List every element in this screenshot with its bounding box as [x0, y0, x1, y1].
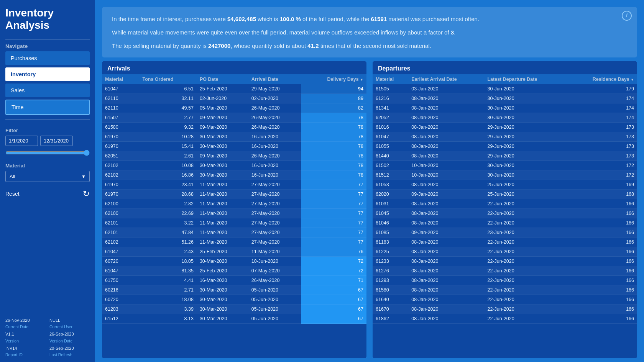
cell-delivery-days: 77 — [301, 199, 366, 209]
info-card: i In the time frame of interest, purchas… — [102, 7, 637, 57]
col-latest-departure: Latest Departure Date — [484, 74, 567, 84]
cell-tons: 81.35 — [139, 266, 196, 276]
cell-earliest: 09-Jan-2020 — [408, 228, 484, 238]
cell-tons: 47.84 — [139, 228, 196, 238]
date-end-input[interactable] — [40, 136, 73, 146]
cell-tons: 2.77 — [139, 113, 196, 123]
cell-po-date: 30-Mar-2020 — [197, 170, 248, 180]
cell-tons: 6.51 — [139, 84, 196, 94]
cell-earliest: 08-Jan-2020 — [408, 266, 484, 276]
table-row: 62051 2.61 09-Mar-2020 26-May-2020 78 — [102, 151, 366, 161]
table-row: 60216 2.71 30-Mar-2020 05-Jun-2020 67 — [102, 285, 366, 295]
cell-latest: 22-Jun-2020 — [484, 266, 567, 276]
table-row: 61047 08-Jan-2020 29-Jun-2020 173 — [373, 132, 637, 142]
cell-earliest: 08-Jan-2020 — [408, 305, 484, 314]
cell-delivery-days: 89 — [301, 94, 366, 103]
col-residence-days: Residence Days ▼ — [567, 74, 637, 84]
sidebar-footer: 26-Nov-2020 Current Date NULL Current Us… — [5, 317, 90, 358]
cell-po-date: 30-Mar-2020 — [197, 285, 248, 295]
cell-dep-material: 61045 — [373, 209, 408, 218]
footer-version: V1.1 Version — [5, 331, 46, 344]
sidebar-item-purchases[interactable]: Purchases — [5, 51, 90, 65]
cell-dep-material: 61055 — [373, 142, 408, 151]
info-icon[interactable]: i — [622, 11, 632, 21]
cell-dep-material: 61341 — [373, 103, 408, 113]
cell-residence: 174 — [567, 113, 637, 123]
cell-residence: 166 — [567, 257, 637, 266]
table-row: 61970 15.41 30-Mar-2020 16-Jun-2020 78 — [102, 142, 366, 151]
table-row: 61750 4.41 16-Mar-2020 26-May-2020 71 — [102, 276, 366, 285]
cell-arrival-date: 11-May-2020 — [248, 247, 301, 257]
material-select[interactable]: All — [5, 171, 90, 182]
table-row: 61233 08-Jan-2020 22-Jun-2020 166 — [373, 257, 637, 266]
table-row: 61225 08-Jan-2020 22-Jun-2020 166 — [373, 247, 637, 257]
cell-dep-material: 61031 — [373, 199, 408, 209]
departures-title: Departures — [373, 61, 637, 74]
cell-dep-material: 61053 — [373, 180, 408, 190]
table-row: 61045 08-Jan-2020 22-Jun-2020 166 — [373, 209, 637, 218]
cell-delivery-days: 78 — [301, 142, 366, 151]
cell-latest: 25-Jun-2020 — [484, 180, 567, 190]
table-row: 61047 6.51 25-Feb-2020 29-May-2020 94 — [102, 84, 366, 94]
cell-po-date: 11-Mar-2020 — [197, 180, 248, 190]
cell-material: 62101 — [102, 218, 139, 228]
cell-po-date: 11-Mar-2020 — [197, 199, 248, 209]
cell-tons: 2.82 — [139, 199, 196, 209]
material-select-wrap: All ▼ — [5, 171, 90, 182]
table-row: 61183 08-Jan-2020 22-Jun-2020 166 — [373, 238, 637, 247]
cell-dep-material: 61580 — [373, 285, 408, 295]
cell-residence: 169 — [567, 180, 637, 190]
cell-po-date: 11-Mar-2020 — [197, 228, 248, 238]
cell-dep-material: 61225 — [373, 247, 408, 257]
cell-material: 60720 — [102, 257, 139, 266]
cell-dep-material: 61512 — [373, 170, 408, 180]
table-row: 61341 08-Jan-2020 30-Jun-2020 174 — [373, 103, 637, 113]
cell-arrival-date: 05-Jun-2020 — [248, 314, 301, 324]
date-start-input[interactable] — [5, 136, 38, 146]
cell-arrival-date: 27-May-2020 — [248, 199, 301, 209]
date-filter-row — [5, 136, 90, 146]
cell-tons: 51.26 — [139, 238, 196, 247]
arrivals-table-wrap[interactable]: Material Tons Ordered PO Date Arrival Da… — [102, 74, 366, 358]
cell-po-date: 11-Mar-2020 — [197, 190, 248, 199]
footer-last-refresh: 20-Sep-2020 Last Refresh — [49, 345, 90, 358]
cell-delivery-days: 77 — [301, 238, 366, 247]
cell-residence: 179 — [567, 84, 637, 94]
cell-tons: 2.71 — [139, 285, 196, 295]
table-row: 61670 08-Jan-2020 22-Jun-2020 166 — [373, 305, 637, 314]
departures-table-wrap[interactable]: Material Earliest Arrival Date Latest De… — [373, 74, 637, 358]
cell-earliest: 08-Jan-2020 — [408, 180, 484, 190]
footer-current-date-value: 26-Nov-2020 Current Date — [5, 317, 46, 330]
cell-material: 61507 — [102, 113, 139, 123]
cell-latest: 30-Jun-2020 — [484, 113, 567, 123]
date-range-slider[interactable] — [5, 150, 90, 156]
cell-arrival-date: 26-May-2020 — [248, 276, 301, 285]
cell-residence: 172 — [567, 161, 637, 170]
reset-icon[interactable]: ↺ — [83, 189, 90, 199]
cell-tons: 28.68 — [139, 190, 196, 199]
cell-material: 62100 — [102, 209, 139, 218]
sidebar-item-sales[interactable]: Sales — [5, 84, 90, 97]
departures-section: Departures Material Earliest Arrival Dat… — [373, 61, 637, 358]
table-row: 60720 18.08 30-Mar-2020 05-Jun-2020 67 — [102, 295, 366, 305]
table-row: 62100 22.69 11-Mar-2020 27-May-2020 77 — [102, 209, 366, 218]
cell-material: 62102 — [102, 170, 139, 180]
cell-delivery-days: 78 — [301, 161, 366, 170]
sidebar-item-inventory[interactable]: Inventory — [5, 67, 90, 81]
departures-table: Material Earliest Arrival Date Latest De… — [373, 74, 637, 324]
cell-residence: 166 — [567, 314, 637, 324]
cell-material: 62101 — [102, 228, 139, 238]
cell-tons: 22.69 — [139, 209, 196, 218]
cell-latest: 22-Jun-2020 — [484, 199, 567, 209]
cell-tons: 2.43 — [139, 247, 196, 257]
cell-dep-material: 61047 — [373, 132, 408, 142]
cell-delivery-days: 77 — [301, 190, 366, 199]
table-row: 62052 08-Jan-2020 30-Jun-2020 174 — [373, 113, 637, 123]
cell-dep-material: 62020 — [373, 190, 408, 199]
cell-po-date: 30-Mar-2020 — [197, 295, 248, 305]
cell-earliest: 10-Jan-2020 — [408, 170, 484, 180]
table-row: 61031 08-Jan-2020 22-Jun-2020 166 — [373, 199, 637, 209]
sidebar-item-time[interactable]: Time — [5, 100, 90, 115]
cell-residence: 166 — [567, 295, 637, 305]
cell-po-date: 25-Feb-2020 — [197, 266, 248, 276]
